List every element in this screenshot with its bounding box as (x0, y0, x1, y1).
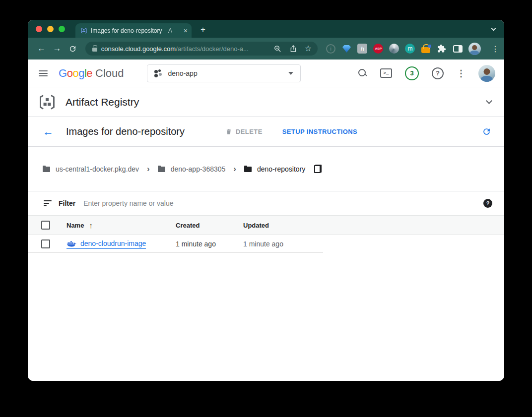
breadcrumb-separator-icon: › (233, 165, 236, 173)
breadcrumb-separator-icon: › (147, 165, 150, 173)
extension-m-icon[interactable]: m (405, 44, 415, 54)
project-selector[interactable]: deno-app (147, 64, 301, 82)
project-name: deno-app (168, 69, 282, 77)
sort-ascending-icon[interactable]: ↑ (89, 221, 93, 230)
delete-label: DELETE (236, 128, 263, 135)
service-header: Artifact Registry (28, 87, 504, 117)
select-all-checkbox[interactable] (41, 221, 50, 230)
close-window-button[interactable] (36, 26, 42, 32)
share-icon[interactable] (289, 45, 297, 53)
tab-search-chevron-icon[interactable] (491, 26, 496, 31)
zoom-out-icon[interactable] (273, 45, 282, 53)
refresh-button[interactable] (482, 127, 491, 136)
url-host: console.cloud.google.com (101, 45, 176, 53)
tab-close-icon[interactable]: × (184, 27, 188, 34)
page-title-row: ← Images for deno-repository DELETE SETU… (28, 117, 504, 147)
extension-adblock-icon[interactable]: ABP (373, 44, 384, 54)
help-icon[interactable]: ? (432, 67, 444, 79)
table-header: Name ↑ Created Updated (28, 215, 504, 235)
google-logo: Google (59, 67, 92, 80)
page-title: Images for deno-repository (66, 126, 185, 137)
extensions-puzzle-icon[interactable] (437, 44, 447, 54)
zoom-window-button[interactable] (59, 26, 65, 32)
project-icon (154, 69, 162, 77)
gcp-header-actions: >_ 3 ? ⋮ (358, 65, 495, 82)
google-cloud-logo[interactable]: GoogleCloud (59, 67, 124, 80)
column-header-name[interactable]: Name ↑ (66, 221, 176, 230)
breadcrumb-registry-host[interactable]: us-central1-docker.pkg.dev (56, 165, 139, 173)
artifact-registry-icon (38, 93, 57, 112)
chevron-down-icon[interactable] (486, 98, 492, 104)
filter-label: Filter (59, 199, 75, 207)
extension-info-icon[interactable]: i (326, 44, 336, 54)
column-header-updated[interactable]: Updated (243, 222, 269, 229)
tab-strip: Images for deno-repository – A × + (28, 20, 504, 38)
refresh-icon (482, 127, 491, 136)
filter-help-icon[interactable]: ? (483, 199, 492, 208)
service-title: Artifact Registry (66, 96, 139, 108)
breadcrumb-repository: deno-repository (257, 165, 305, 173)
setup-instructions-label: SETUP INSTRUCTIONS (282, 128, 357, 135)
lock-icon[interactable] (92, 48, 97, 52)
url-text[interactable]: console.cloud.google.com/artifacts/docke… (101, 45, 269, 53)
account-avatar[interactable] (478, 65, 495, 82)
browser-menu-icon[interactable]: ⋮ (491, 44, 499, 54)
copy-icon[interactable] (314, 165, 322, 173)
reload-icon (68, 45, 77, 53)
artifact-registry-favicon (80, 27, 87, 34)
folder-icon (244, 167, 252, 172)
delete-button[interactable]: DELETE (225, 128, 263, 135)
forward-button[interactable]: → (50, 44, 64, 54)
extension-basket-icon[interactable] (421, 44, 431, 54)
created-cell: 1 minute ago (176, 240, 243, 248)
column-header-created[interactable]: Created (176, 222, 243, 229)
content-area (28, 253, 504, 381)
new-tab-button[interactable]: + (200, 25, 205, 35)
main-menu-icon[interactable] (39, 70, 48, 76)
extension-honey-icon[interactable]: h (357, 44, 368, 54)
folder-icon (158, 167, 165, 172)
minimize-window-button[interactable] (47, 26, 54, 32)
back-arrow-button[interactable]: ← (43, 126, 54, 137)
gcp-header: GoogleCloud deno-app >_ 3 ? ⋮ (28, 60, 504, 87)
filter-icon (44, 200, 52, 206)
filter-bar: Filter ? (28, 191, 504, 215)
row-checkbox[interactable] (41, 239, 50, 248)
docker-whale-icon (66, 239, 76, 247)
trash-icon (225, 128, 232, 135)
back-button[interactable]: ← (35, 44, 48, 54)
image-link[interactable]: deno-cloudrun-image (66, 239, 146, 249)
cloud-wordmark: Cloud (95, 67, 124, 80)
bookmark-star-icon[interactable]: ☆ (305, 45, 312, 53)
extension-swirl-icon[interactable] (389, 44, 399, 54)
search-icon[interactable] (358, 69, 367, 78)
reload-button[interactable] (66, 45, 79, 53)
project-dropdown-caret-icon (288, 72, 293, 75)
filter-input[interactable] (83, 199, 483, 207)
setup-instructions-button[interactable]: SETUP INSTRUCTIONS (282, 128, 357, 135)
notifications-badge[interactable]: 3 (405, 66, 419, 80)
image-name: deno-cloudrun-image (80, 239, 146, 247)
image-name-cell: deno-cloudrun-image (66, 239, 176, 249)
breadcrumb-project[interactable]: deno-app-368305 (171, 165, 226, 173)
browser-window: Images for deno-repository – A × + ← → c… (28, 20, 504, 381)
address-bar[interactable]: console.cloud.google.com/artifacts/docke… (85, 42, 318, 56)
omnibox-actions: ☆ (273, 45, 312, 53)
window-controls (36, 26, 65, 32)
url-path: /artifacts/docker/deno-a... (176, 45, 249, 53)
browser-profile-avatar[interactable] (468, 43, 481, 55)
extensions-row: i h ABP m ⋮ (326, 43, 499, 55)
browser-toolbar: ← → console.cloud.google.com/artifacts/d… (28, 38, 504, 60)
more-options-icon[interactable]: ⋮ (457, 68, 466, 79)
side-panel-icon[interactable] (453, 44, 463, 54)
breadcrumb: us-central1-docker.pkg.dev › deno-app-36… (28, 147, 504, 191)
table-row: deno-cloudrun-image 1 minute ago 1 minut… (28, 235, 504, 253)
updated-cell: 1 minute ago (243, 240, 283, 248)
folder-icon (43, 167, 50, 172)
cloud-shell-icon[interactable]: >_ (380, 68, 392, 78)
browser-tab[interactable]: Images for deno-repository – A × (75, 23, 192, 38)
extension-gem-icon[interactable] (341, 44, 352, 54)
tab-title: Images for deno-repository – A (91, 27, 180, 34)
